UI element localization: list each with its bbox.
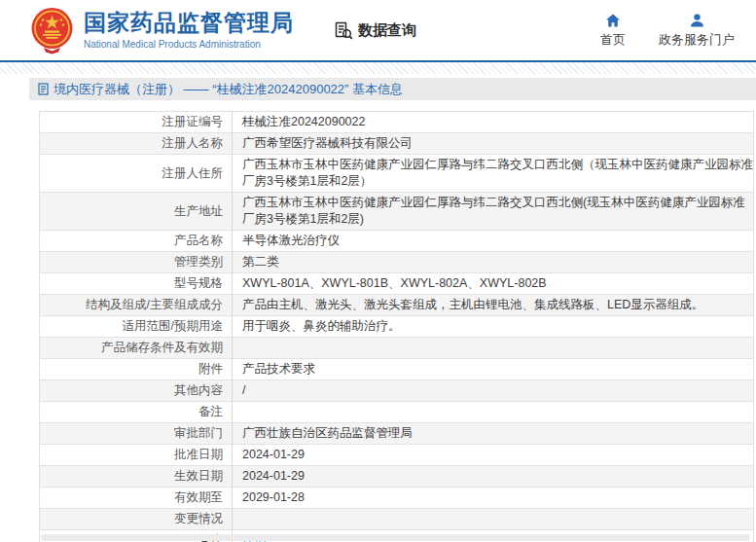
- row-label: 审批部门: [40, 423, 233, 445]
- row-value-text: 半导体激光治疗仪: [242, 234, 340, 247]
- home-icon: [605, 13, 621, 27]
- row-label: 生效日期: [40, 466, 233, 488]
- row-label-text: 备注: [198, 405, 223, 418]
- row-value-text: 2024-01-29: [242, 469, 305, 483]
- row-label: 注册人住所: [40, 155, 233, 193]
- table-row: 有效期至2029-01-28: [40, 488, 754, 509]
- table-row: 生产地址广西玉林市玉林中医药健康产业园仁厚路与纬二路交叉口西北侧(现玉林中医药健…: [40, 193, 754, 231]
- row-label-text: 生产地址: [174, 204, 223, 218]
- site-header: 国家药品监督管理局 National Medical Products Admi…: [0, 0, 756, 62]
- table-row: 其他内容/: [40, 380, 754, 402]
- row-label: 结构及组成/主要组成成分: [40, 295, 233, 316]
- document-icon: [38, 83, 49, 95]
- row-value: 2024-01-29: [233, 466, 754, 488]
- row-label-text: 管理类别: [174, 255, 223, 269]
- row-label-text: 有效期至: [174, 490, 223, 504]
- user-icon: [690, 13, 704, 27]
- row-label: 管理类别: [40, 252, 233, 273]
- row-value: 用于咽炎、鼻炎的辅助治疗。: [233, 316, 754, 338]
- nav-item-label: 首页: [600, 31, 626, 49]
- row-value: 2029-01-28: [233, 488, 754, 509]
- row-value: [233, 402, 754, 423]
- row-label-text: 结构及组成/主要组成成分: [86, 298, 223, 311]
- row-label: 备注: [40, 402, 233, 423]
- org-name-en: National Medical Products Administration: [84, 39, 294, 50]
- row-label: 其他内容: [40, 380, 233, 402]
- table-row: 注册人住所广西玉林市玉林中医药健康产业园仁厚路与纬二路交叉口西北侧（现玉林中医药…: [40, 155, 754, 193]
- row-value: 2024-01-29: [233, 445, 754, 466]
- footer-strip: [41, 534, 750, 541]
- data-query-label: 数据查询: [358, 21, 416, 40]
- row-value: 广西玉林市玉林中医药健康产业园仁厚路与纬二路交叉口西北侧（现玉林中医药健康产业园…: [233, 155, 754, 193]
- row-label-text: 型号规格: [174, 276, 223, 290]
- table-row: 变更情况: [40, 509, 754, 530]
- row-label-text: 附件: [198, 362, 223, 376]
- row-value-text: 广西玉林市玉林中医药健康产业园仁厚路与纬二路交叉口西北侧(现玉林中医药健康产业园…: [242, 196, 745, 226]
- row-value: XWYL-801A、XWYL-801B、XWYL-802A、XWYL-802B: [233, 273, 754, 295]
- row-value-text: 2024-01-29: [242, 448, 305, 461]
- row-label: 型号规格: [40, 273, 233, 295]
- row-label-text: 产品名称: [174, 234, 223, 247]
- row-label: 有效期至: [40, 488, 233, 509]
- row-value: [233, 509, 754, 530]
- row-value: [233, 338, 754, 359]
- row-value-text: 用于咽炎、鼻炎的辅助治疗。: [242, 319, 401, 333]
- row-label-text: 注册人住所: [162, 166, 224, 180]
- table-row: 结构及组成/主要组成成分产品由主机、激光头、激光头套组成，主机由锂电池、集成线路…: [40, 295, 754, 316]
- table-row: 产品名称半导体激光治疗仪: [40, 231, 754, 252]
- row-value-text: 产品技术要求: [242, 362, 315, 376]
- row-label-text: 注册证编号: [162, 115, 224, 128]
- row-value: 广西希望医疗器械科技有限公司: [233, 133, 754, 155]
- national-emblem-icon: [29, 6, 75, 54]
- table-row: 生效日期2024-01-29: [40, 466, 754, 488]
- row-label-text: 审批部门: [174, 426, 223, 440]
- row-label: 批准日期: [40, 445, 233, 466]
- row-label-text: 其他内容: [174, 383, 223, 397]
- row-label: 产品名称: [40, 231, 233, 252]
- row-label-text: 注册人名称: [162, 136, 224, 150]
- table-row: 备注: [40, 402, 754, 423]
- info-table-body: 注册证编号桂械注准20242090022注册人名称广西希望医疗器械科技有限公司注…: [40, 112, 754, 542]
- row-value-text: 广西玉林市玉林中医药健康产业园仁厚路与纬二路交叉口西北侧（现玉林中医药健康产业园…: [242, 158, 753, 188]
- site-logo[interactable]: 国家药品监督管理局 National Medical Products Admi…: [29, 6, 294, 54]
- row-label-text: 变更情况: [174, 512, 223, 525]
- row-value: 桂械注准20242090022: [233, 112, 754, 133]
- row-value-text: 广西希望医疗器械科技有限公司: [242, 136, 413, 150]
- data-query-button[interactable]: 数据查询: [335, 21, 416, 40]
- row-label-text: 生效日期: [174, 469, 223, 483]
- row-value-text: /: [242, 383, 245, 397]
- row-value: 广西壮族自治区药品监督管理局: [233, 423, 754, 445]
- page-title-bar: 境内医疗器械（注册） —— “桂械注准20242090022” 基本信息: [29, 78, 756, 100]
- row-value-text: 第二类: [242, 255, 279, 269]
- table-row: 附件产品技术要求: [40, 359, 754, 380]
- nav-item-label: 政务服务门户: [659, 31, 735, 49]
- brand-text: 国家药品监督管理局 National Medical Products Admi…: [84, 11, 294, 49]
- table-row: 注册证编号桂械注准20242090022: [40, 112, 754, 133]
- row-label: 注册人名称: [40, 133, 233, 155]
- row-value: 产品技术要求: [233, 359, 754, 380]
- row-value-text: 产品由主机、激光头、激光头套组成，主机由锂电池、集成线路板、LED显示器组成。: [242, 298, 703, 311]
- row-label-text: 适用范围/预期用途: [123, 319, 223, 333]
- row-label-text: 产品储存条件及有效期: [101, 341, 223, 354]
- table-row: 批准日期2024-01-29: [40, 445, 754, 466]
- data-query-icon: [335, 21, 353, 40]
- row-value-text: 2029-01-28: [242, 490, 305, 504]
- table-row: 注册人名称广西希望医疗器械科技有限公司: [40, 133, 754, 155]
- row-label: 注册证编号: [40, 112, 233, 133]
- table-row: 审批部门广西壮族自治区药品监督管理局: [40, 423, 754, 445]
- table-row: 型号规格XWYL-801A、XWYL-801B、XWYL-802A、XWYL-8…: [40, 273, 754, 295]
- row-value: 半导体激光治疗仪: [233, 231, 754, 252]
- registration-info-table: 注册证编号桂械注准20242090022注册人名称广西希望医疗器械科技有限公司注…: [39, 111, 754, 542]
- table-row: 管理类别第二类: [40, 252, 754, 273]
- org-name-cn: 国家药品监督管理局: [84, 11, 294, 35]
- row-value-text: XWYL-801A、XWYL-801B、XWYL-802A、XWYL-802B: [242, 276, 547, 290]
- row-value: 产品由主机、激光头、激光头套组成，主机由锂电池、集成线路板、LED显示器组成。: [233, 295, 754, 316]
- row-label: 变更情况: [40, 509, 233, 530]
- page-title: 境内医疗器械（注册） —— “桂械注准20242090022” 基本信息: [54, 81, 403, 98]
- row-value: /: [233, 380, 754, 402]
- nav-item-home[interactable]: 首页: [600, 13, 626, 49]
- page: 国家药品监督管理局 National Medical Products Admi…: [0, 0, 756, 542]
- row-label-text: 批准日期: [174, 448, 223, 461]
- nav-item-gov-portal[interactable]: 政务服务门户: [659, 13, 735, 49]
- row-value: 广西玉林市玉林中医药健康产业园仁厚路与纬二路交叉口西北侧(现玉林中医药健康产业园…: [233, 193, 754, 231]
